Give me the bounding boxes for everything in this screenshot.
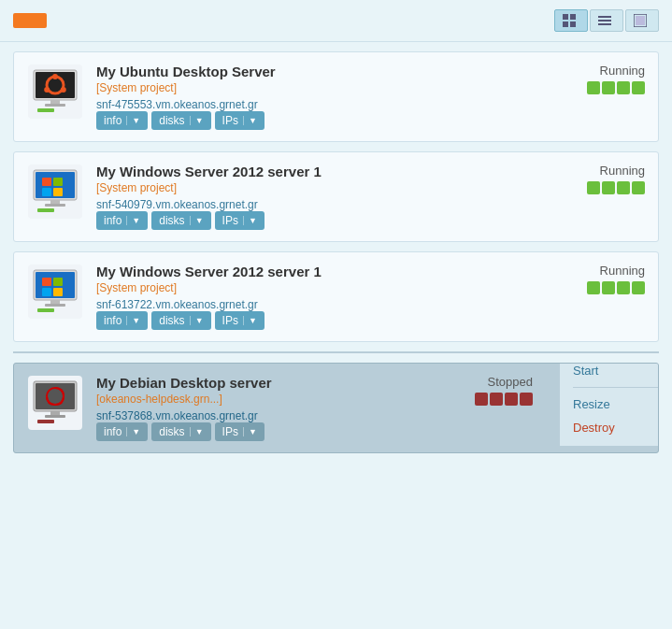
- machine-hostname[interactable]: snf-537868.vm.okeanos.grnet.gr: [96, 409, 258, 422]
- machine-name: My Windows Server 2012 server 1: [96, 164, 548, 179]
- view-toggle: [554, 9, 659, 32]
- status-bar: [602, 81, 615, 94]
- machine-icon: [27, 264, 83, 320]
- dropdown-arrow: ▼: [190, 316, 204, 325]
- machine-status: Stopped: [449, 375, 533, 406]
- svg-rect-28: [37, 208, 54, 212]
- machine-card-stopped: My Debian Desktop server [okeanos-helpde…: [13, 363, 659, 453]
- svg-rect-36: [50, 300, 60, 304]
- svg-rect-38: [37, 308, 54, 312]
- status-bars: [587, 181, 645, 194]
- view-list-button[interactable]: [590, 9, 623, 32]
- status-bar: [505, 393, 518, 406]
- machine-project: [System project]: [96, 281, 548, 294]
- svg-rect-6: [598, 23, 611, 25]
- status-bars: [587, 281, 645, 294]
- status-bar: [602, 281, 615, 294]
- machine-card-inner: My Windows Server 2012 server 1 [System …: [27, 264, 645, 330]
- machine-card-inner: My Debian Desktop server [okeanos-helpde…: [14, 364, 546, 452]
- machine-icon: [27, 375, 83, 431]
- svg-point-13: [52, 74, 58, 79]
- machine-card: My Windows Server 2012 server 1 [System …: [13, 151, 659, 242]
- action-info-button[interactable]: info ▼: [96, 311, 148, 330]
- svg-rect-23: [53, 178, 63, 186]
- machine-status: Running: [561, 264, 645, 294]
- svg-rect-0: [563, 14, 568, 20]
- status-bar: [520, 393, 533, 406]
- action-ips-button[interactable]: IPs ▼: [215, 111, 265, 130]
- status-bars: [475, 393, 533, 406]
- stopped-action-start-button[interactable]: Start: [573, 363, 658, 379]
- dropdown-arrow: ▼: [243, 116, 257, 125]
- svg-rect-24: [42, 188, 51, 196]
- action-disks-button[interactable]: disks ▼: [151, 111, 210, 130]
- new-machine-button[interactable]: [13, 13, 47, 28]
- machine-icon: [27, 164, 83, 220]
- status-bar: [587, 281, 600, 294]
- machine-icon: [27, 64, 83, 120]
- svg-rect-25: [53, 188, 63, 196]
- svg-rect-5: [598, 20, 611, 21]
- machine-hostname[interactable]: snf-540979.vm.okeanos.grnet.gr: [96, 198, 258, 211]
- svg-rect-1: [570, 14, 576, 20]
- machine-hostname[interactable]: snf-613722.vm.okeanos.grnet.gr: [96, 298, 258, 311]
- machine-project: [System project]: [96, 81, 548, 94]
- stopped-action-destroy-button[interactable]: Destroy: [573, 419, 658, 436]
- dropdown-arrow: ▼: [243, 427, 257, 436]
- status-bar: [587, 181, 600, 194]
- status-bar: [632, 181, 645, 194]
- action-ips-button[interactable]: IPs ▼: [215, 211, 265, 230]
- svg-rect-32: [42, 278, 51, 286]
- svg-rect-33: [53, 278, 63, 286]
- machine-project: [System project]: [96, 181, 548, 194]
- view-icon-button[interactable]: [554, 9, 588, 32]
- status-bar: [587, 81, 600, 94]
- machine-info: My Windows Server 2012 server 1 [System …: [96, 164, 548, 230]
- machine-card-inner: My Ubuntu Desktop Server [System project…: [27, 64, 645, 130]
- machine-info: My Ubuntu Desktop Server [System project…: [96, 64, 548, 130]
- svg-rect-2: [563, 21, 568, 27]
- status-bar: [632, 281, 645, 294]
- status-bar: [632, 81, 645, 94]
- machine-card: My Ubuntu Desktop Server [System project…: [13, 51, 659, 142]
- svg-point-14: [61, 87, 66, 93]
- action-info-button[interactable]: info ▼: [96, 211, 148, 230]
- action-info-button[interactable]: info ▼: [96, 422, 148, 441]
- action-info-button[interactable]: info ▼: [96, 111, 148, 130]
- svg-rect-35: [53, 288, 63, 296]
- svg-rect-22: [42, 178, 51, 186]
- action-disks-button[interactable]: disks ▼: [151, 422, 210, 441]
- machine-status: Running: [561, 64, 645, 94]
- machine-hostname[interactable]: snf-475553.vm.okeanos.grnet.gr: [96, 98, 258, 111]
- svg-rect-34: [42, 288, 51, 296]
- svg-rect-8: [636, 16, 645, 25]
- section-divider: [13, 351, 659, 353]
- svg-rect-17: [45, 104, 65, 107]
- svg-rect-27: [45, 204, 65, 207]
- machine-actions: info ▼ disks ▼ IPs ▼: [96, 211, 548, 230]
- status-bars: [587, 81, 645, 94]
- top-bar: [0, 0, 672, 42]
- stopped-panel: StartResizeDestroy: [559, 363, 659, 446]
- status-bar: [602, 181, 615, 194]
- dropdown-arrow: ▼: [126, 116, 140, 125]
- svg-rect-16: [50, 100, 60, 104]
- dropdown-arrow: ▼: [126, 316, 140, 325]
- machine-project: [okeanos-helpdesk.grn...]: [96, 393, 436, 406]
- machine-actions: info ▼ disks ▼ IPs ▼: [96, 311, 548, 330]
- status-bar: [617, 281, 630, 294]
- status-bar: [617, 181, 630, 194]
- single-icon: [634, 14, 647, 27]
- view-single-button[interactable]: [625, 9, 659, 32]
- action-disks-button[interactable]: disks ▼: [151, 211, 210, 230]
- machine-card-inner: My Windows Server 2012 server 1 [System …: [27, 164, 645, 230]
- machine-name: My Windows Server 2012 server 1: [96, 264, 548, 279]
- action-ips-button[interactable]: IPs ▼: [215, 311, 265, 330]
- stopped-action-resize-button[interactable]: Resize: [573, 395, 658, 413]
- action-disks-button[interactable]: disks ▼: [151, 311, 210, 330]
- machine-info: My Debian Desktop server [okeanos-helpde…: [96, 375, 436, 441]
- status-text: Stopped: [488, 375, 533, 389]
- machine-status: Running: [561, 164, 645, 194]
- svg-rect-37: [45, 304, 65, 307]
- action-ips-button[interactable]: IPs ▼: [215, 422, 265, 441]
